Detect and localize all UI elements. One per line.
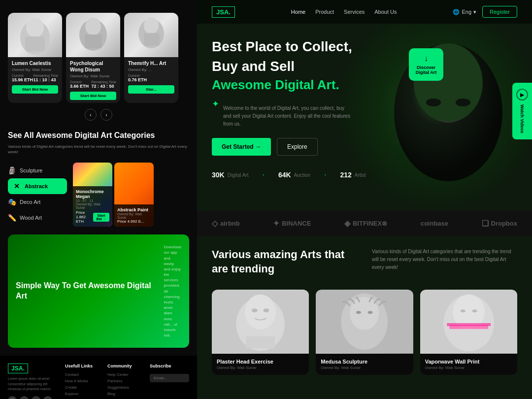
- binance-icon: ✦: [273, 219, 279, 228]
- cat-img-1-bid-button[interactable]: Start Bid →: [93, 213, 109, 222]
- footer-link-suggestions[interactable]: Suggestions: [107, 385, 142, 390]
- airbnb-name: airbnb: [220, 220, 240, 227]
- auction-cards-container: Lumen Caelestis Owned By: Wak Sunar Curr…: [0, 5, 197, 103]
- category-wood[interactable]: ✏️ Wood Art: [8, 210, 67, 226]
- footer-link-explore[interactable]: Explore: [65, 392, 100, 396]
- footer-link-partners[interactable]: Partners: [107, 379, 142, 383]
- footer-brand: JSA. Lorem ipsum dolor sit amet consecte…: [8, 364, 57, 399]
- footer-link-create[interactable]: Create: [65, 385, 100, 390]
- trending-section: Various amazing Arts that are trending V…: [197, 236, 532, 290]
- nav-link-product[interactable]: Product: [315, 9, 334, 15]
- footer-community: Community Help Center Partners Suggestio…: [107, 364, 142, 399]
- svg-rect-18: [246, 336, 275, 349]
- footer-link-contact[interactable]: Contact: [65, 372, 100, 377]
- hero-content: Best Place to Collect, Buy and Sell Awes…: [212, 38, 369, 179]
- auction-card-3-info: Themrify H... Art Owned By: ... Current …: [124, 57, 178, 97]
- navbar: JSA. Home Product Services About Us 🌐 En…: [197, 0, 532, 24]
- category-abstract[interactable]: ✕ Abstrack: [8, 178, 67, 194]
- cat-img-1-remaining: 10 : 07 : 11: [76, 199, 109, 202]
- simple-banner: Simple Way To Get Awesome Digital Art Do…: [8, 234, 189, 348]
- card-1-bid-button[interactable]: Start Bid Now: [12, 85, 58, 94]
- card-1-time: 11 : 10 : 43: [33, 77, 58, 82]
- nav-logo: JSA.: [212, 6, 235, 18]
- svg-point-15: [245, 295, 276, 330]
- card-3-title: Themrify H... Art: [128, 60, 174, 66]
- svg-point-22: [356, 311, 361, 314]
- art-card-medusa-owner: Owned By: Wak Sunar: [321, 366, 408, 370]
- right-panel: JSA. Home Product Services About Us 🌐 En…: [197, 0, 532, 399]
- deco-icon: 🎭: [8, 198, 16, 206]
- language-selector[interactable]: 🌐 Eng ▾: [453, 9, 476, 15]
- explore-button[interactable]: Explore: [277, 138, 318, 156]
- hero-3d-head: [374, 33, 522, 191]
- stat-digital-art-num: 30K: [212, 171, 225, 179]
- category-sculpture[interactable]: 🗿 Sculpture: [8, 163, 67, 178]
- svg-point-7: [144, 17, 159, 34]
- auction-card-1-info: Lumen Caelestis Owned By: Wak Sunar Curr…: [8, 57, 62, 97]
- card-3-eth: 0.76 ETH: [128, 77, 147, 82]
- footer-link-blog[interactable]: Blog: [107, 392, 142, 396]
- svg-point-16: [252, 309, 258, 313]
- discover-button[interactable]: ↓ Discover Digital Art: [409, 48, 443, 81]
- lang-text: Eng: [462, 9, 471, 15]
- art-card-medusa-name: Medusa Sculpture: [321, 359, 408, 365]
- category-sculpture-label: Sculpture: [20, 167, 42, 173]
- card-2-bid-button[interactable]: Start Bid Now: [70, 92, 116, 100]
- wood-icon: ✏️: [8, 214, 16, 222]
- dropbox-icon: ❏: [482, 219, 489, 228]
- art-card-vaporwave: Vaporwave Wall Print Owned By: Wak Sunar: [420, 290, 517, 375]
- simple-banner-description: Download our app and easily and enjoy th…: [164, 244, 181, 338]
- svg-point-27: [461, 310, 466, 313]
- prev-button[interactable]: ‹: [85, 109, 97, 121]
- category-deco[interactable]: 🎭 Deco Art: [8, 194, 67, 210]
- simple-banner-title: Simple Way To Get Awesome Digital Art: [16, 281, 159, 301]
- nav-link-about[interactable]: About Us: [374, 9, 397, 15]
- svg-rect-8: [144, 33, 160, 46]
- cat-image-rainbow: Monochrome Megan 10 : 07 : 11 Owned By: …: [73, 163, 112, 227]
- footer-link-help[interactable]: Help Center: [107, 372, 142, 377]
- nav-link-services[interactable]: Services: [344, 9, 365, 15]
- card-1-remaining-label: Remaining Time: [33, 74, 58, 77]
- facebook-icon[interactable]: f: [20, 396, 29, 399]
- stat-artist: 212 Artist: [340, 170, 366, 179]
- nav-link-home[interactable]: Home: [291, 9, 305, 15]
- card-1-eth: 15.96 ETH: [12, 77, 33, 82]
- category-abstract-label: Abstrack: [25, 183, 48, 189]
- cat-img-1-price: Price 1.862 ETH: [76, 210, 93, 224]
- partner-coinbase: coinbase: [421, 220, 448, 227]
- trending-description: Various kinds of Digital Art categories …: [372, 248, 517, 271]
- footer-link-how[interactable]: How it Works: [65, 379, 100, 383]
- auction-card-1: Lumen Caelestis Owned By: Wak Sunar Curr…: [8, 13, 62, 103]
- svg-point-12: [456, 99, 470, 106]
- card-2-time: 72 : 43 : 50: [91, 84, 116, 89]
- watch-btn-text: Watch Videos: [520, 104, 525, 133]
- footer-social: 📸 f t in: [8, 396, 57, 399]
- get-started-button[interactable]: Get Started →: [212, 138, 271, 156]
- subscribe-input[interactable]: [150, 374, 189, 382]
- svg-point-23: [368, 311, 373, 314]
- partner-binance: ✦ BINANCE: [273, 219, 311, 228]
- instagram-icon[interactable]: 📸: [8, 396, 17, 399]
- art-card-plaster-info: Plaster Head Exercise Owned By: Wak Suna…: [212, 354, 309, 375]
- card-3-bid-button[interactable]: Star...: [128, 85, 174, 94]
- auction-card-1-image: [8, 13, 62, 57]
- art-card-plaster-name: Plaster Head Exercise: [217, 359, 304, 365]
- cat-img-1-name: Monochrome Megan: [76, 189, 109, 199]
- nav-links: Home Product Services About Us: [291, 9, 397, 15]
- chevron-down-icon: ▾: [473, 9, 476, 15]
- sculpture-icon: 🗿: [8, 166, 16, 174]
- linkedin-icon[interactable]: in: [43, 396, 52, 399]
- category-deco-label: Deco Art: [20, 199, 40, 205]
- next-button[interactable]: ›: [100, 109, 112, 121]
- svg-rect-5: [85, 34, 102, 48]
- art-cards-container: Plaster Head Exercise Owned By: Wak Suna…: [197, 290, 532, 385]
- card-2-eth: 3.66 ETH: [70, 84, 89, 89]
- register-button[interactable]: Register: [482, 6, 517, 18]
- stat-artist-num: 212: [340, 171, 351, 179]
- stat-auction: 64K Auction: [278, 170, 310, 179]
- auction-card-3: Themrify H... Art Owned By: ... Current …: [124, 13, 178, 103]
- watch-videos-button[interactable]: ▶ Watch Videos: [512, 83, 532, 139]
- twitter-icon[interactable]: t: [32, 396, 40, 399]
- dropbox-name: Dropbox: [491, 220, 517, 227]
- svg-point-4: [85, 18, 101, 35]
